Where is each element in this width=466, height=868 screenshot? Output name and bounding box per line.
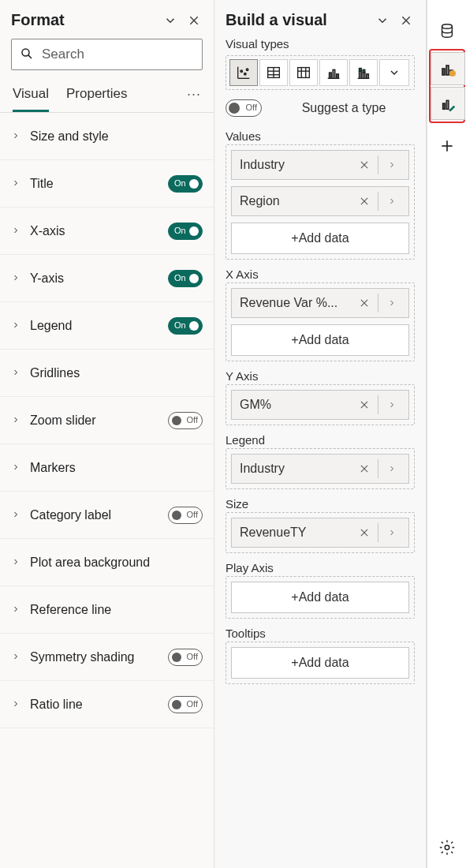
format-pane-icon[interactable] [431, 87, 465, 120]
remove-field-icon[interactable] [356, 297, 373, 309]
format-row-label: Legend [30, 319, 160, 333]
field-well: +Add data [226, 576, 415, 619]
toggle[interactable]: Off [168, 412, 203, 429]
well-label: Size [226, 497, 415, 511]
field-chip[interactable]: Revenue Var %... [231, 288, 409, 318]
viz-stacked-bar-icon[interactable] [349, 59, 378, 86]
remove-field-icon[interactable] [356, 527, 373, 538]
field-chip[interactable]: Region [231, 186, 409, 216]
field-menu-icon[interactable] [383, 464, 401, 473]
build-body: Visual types [214, 36, 426, 695]
toggle[interactable]: On [168, 270, 203, 287]
svg-point-10 [246, 69, 248, 71]
well-label: Values [226, 129, 415, 143]
format-row[interactable]: LegendOn [0, 302, 214, 350]
tab-properties[interactable]: Properties [66, 81, 127, 112]
format-row[interactable]: Y-axisOn [0, 255, 214, 302]
chevron-right-icon [11, 273, 22, 284]
toggle[interactable]: Off [168, 649, 203, 666]
field-well: IndustryRegion+Add data [226, 144, 415, 260]
suggest-label: Suggest a type [273, 101, 415, 115]
suggest-row: Off Suggest a type [226, 99, 415, 117]
toggle[interactable]: On [168, 175, 203, 193]
format-row[interactable]: Plot area background [0, 539, 214, 586]
format-row-label: Category label [30, 508, 160, 522]
format-row[interactable]: Size and style [0, 113, 214, 160]
toggle[interactable]: Off [168, 507, 203, 524]
field-chip-label: GM% [240, 398, 351, 412]
format-title: Format [11, 11, 155, 29]
field-chip[interactable]: Industry [231, 150, 409, 180]
data-pane-icon[interactable] [430, 14, 464, 47]
viz-scatter-icon[interactable] [229, 59, 258, 86]
field-menu-icon[interactable] [383, 400, 401, 410]
close-icon[interactable] [397, 12, 415, 29]
svg-point-50 [445, 845, 449, 850]
search-input[interactable] [40, 46, 194, 63]
remove-field-icon[interactable] [356, 399, 373, 410]
collapse-icon[interactable] [374, 12, 391, 29]
svg-point-41 [442, 24, 452, 29]
svg-rect-26 [363, 73, 365, 78]
format-row-label: Title [30, 177, 160, 191]
svg-rect-25 [360, 69, 362, 72]
add-pane-icon[interactable] [430, 129, 464, 163]
collapse-icon[interactable] [162, 12, 179, 29]
format-row[interactable]: Gridlines [0, 350, 214, 397]
remove-field-icon[interactable] [356, 159, 373, 170]
visual-types-picker [226, 55, 415, 90]
viz-matrix-icon[interactable] [289, 59, 318, 86]
toggle[interactable]: On [168, 223, 203, 240]
format-row-label: Markers [30, 461, 203, 475]
svg-rect-43 [446, 65, 449, 75]
format-row[interactable]: Reference line [0, 586, 214, 634]
viz-more-icon[interactable] [379, 59, 409, 86]
svg-point-45 [449, 70, 456, 77]
field-chip[interactable]: GM% [231, 390, 409, 420]
format-row-label: Reference line [30, 603, 203, 617]
toggle[interactable]: Off [168, 696, 203, 713]
viz-table-icon[interactable] [259, 59, 288, 86]
format-row[interactable]: Ratio lineOff [0, 681, 214, 728]
format-row[interactable]: Markers [0, 444, 214, 492]
field-well: +Add data [226, 642, 415, 684]
field-chip-label: Revenue Var %... [240, 296, 351, 310]
build-title: Build a visual [226, 11, 367, 29]
active-pane-indicator [429, 49, 465, 123]
chevron-right-icon [11, 131, 22, 142]
field-chip[interactable]: RevenueTY [231, 518, 409, 548]
close-icon[interactable] [185, 12, 203, 29]
field-menu-icon[interactable] [383, 160, 401, 170]
format-row[interactable]: Category labelOff [0, 492, 214, 539]
field-menu-icon[interactable] [383, 196, 401, 206]
field-menu-icon[interactable] [383, 528, 401, 537]
format-row[interactable]: TitleOn [0, 160, 214, 208]
more-options-icon[interactable]: ··· [187, 86, 201, 107]
field-menu-icon[interactable] [383, 298, 401, 308]
remove-field-icon[interactable] [356, 463, 373, 474]
add-data-button[interactable]: +Add data [231, 324, 409, 356]
suggest-toggle[interactable]: Off [226, 99, 262, 117]
add-data-button[interactable]: +Add data [231, 647, 409, 679]
build-header: Build a visual [214, 0, 426, 36]
add-data-button[interactable]: +Add data [231, 223, 409, 254]
format-row[interactable]: Zoom sliderOff [0, 397, 214, 444]
separator [378, 155, 378, 174]
format-row[interactable]: Symmetry shadingOff [0, 634, 214, 681]
svg-rect-42 [442, 69, 445, 75]
svg-rect-28 [367, 74, 369, 79]
field-well: GM% [226, 384, 415, 425]
tab-visual[interactable]: Visual [13, 81, 49, 112]
svg-rect-22 [337, 74, 339, 79]
remove-field-icon[interactable] [356, 196, 373, 207]
format-row-label: Size and style [30, 129, 203, 144]
field-chip[interactable]: Industry [231, 454, 409, 484]
settings-icon[interactable] [431, 832, 463, 863]
viz-clustered-bar-icon[interactable] [319, 59, 348, 86]
format-row-label: X-axis [30, 224, 160, 238]
add-data-button[interactable]: +Add data [231, 582, 409, 613]
toggle[interactable]: On [168, 317, 203, 335]
search-box[interactable] [11, 39, 203, 70]
format-row[interactable]: X-axisOn [0, 208, 214, 255]
build-pane-icon[interactable] [431, 52, 465, 85]
